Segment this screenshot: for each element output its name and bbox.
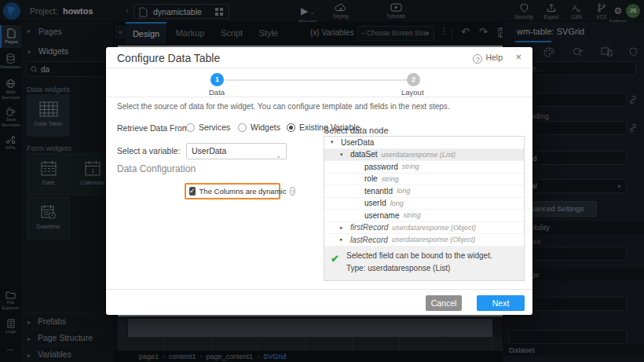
tree-node-role[interactable]: role string xyxy=(324,174,524,186)
dynamic-columns-highlight: ✓ The Columns are dynamic ? xyxy=(185,183,280,199)
check-success-icon: ✔ xyxy=(331,253,339,265)
radio-circle-icon xyxy=(238,123,247,132)
tree-node-userdata[interactable]: ▾ UserData xyxy=(324,137,524,149)
dialog-title: Configure Data Table xyxy=(117,52,220,64)
cancel-button[interactable]: Cancel xyxy=(426,295,462,311)
close-icon[interactable]: × xyxy=(515,51,521,63)
divider xyxy=(106,97,532,97)
tree-node-password[interactable]: password string xyxy=(324,161,524,174)
question-icon[interactable]: ? xyxy=(290,187,295,196)
data-configuration-label: Data Configuration xyxy=(117,163,196,174)
step-1-label: Data xyxy=(209,88,225,97)
checkbox-checked-icon[interactable]: ✓ xyxy=(189,187,196,196)
collapsed-arrow-icon: ▸ xyxy=(340,236,346,243)
tree-node-dataset-selected[interactable]: ▾ dataSet userdataresponse (List) xyxy=(324,149,524,162)
select-variable-label: Select a variable: xyxy=(117,146,181,155)
radio-selected-icon xyxy=(287,123,295,132)
dynamic-columns-checkbox-label[interactable]: The Columns are dynamic xyxy=(199,187,287,196)
expanded-arrow-icon: ▾ xyxy=(331,139,337,145)
question-icon: ? xyxy=(473,54,482,64)
retrieve-data-from-label: Retrieve Data From: xyxy=(117,123,192,133)
tree-node-firstrecord[interactable]: ▸ firstRecord userdataresponse (Object) xyxy=(324,222,524,235)
variable-select[interactable]: UserData ⌄ xyxy=(186,143,287,159)
tree-node-lastrecord[interactable]: ▸ lastRecord userdataresponse (Object) xyxy=(324,234,524,247)
chevron-down-icon: ⌄ xyxy=(276,148,281,163)
expanded-arrow-icon: ▾ xyxy=(340,152,346,158)
radio-circle-icon xyxy=(186,123,195,132)
tree-node-userid[interactable]: userId long xyxy=(324,198,524,210)
step-1-circle: 1 xyxy=(210,73,224,86)
next-button[interactable]: Next xyxy=(477,295,525,311)
binding-info-message: ✔ Selected field can be bound to the wid… xyxy=(324,247,524,280)
help-button[interactable]: ?Help xyxy=(473,53,503,64)
step-2-circle: 2 xyxy=(407,73,420,86)
tree-node-username[interactable]: username string xyxy=(324,210,524,222)
stepper-line xyxy=(225,79,407,81)
dialog-description: Select the source of data for the widget… xyxy=(117,102,450,111)
radio-widgets[interactable]: Widgets xyxy=(238,122,280,132)
tree-node-tenantid[interactable]: tenantId long xyxy=(324,185,524,198)
configure-data-table-dialog: Configure Data Table ?Help × 1 2 Data La… xyxy=(106,47,532,315)
select-data-node-label: Select data node xyxy=(324,126,389,135)
dialog-footer: Cancel Next xyxy=(106,289,532,315)
wavemaker-studio: Project: howtos › dynamictable ▶ ⌄ Previ… xyxy=(0,0,644,362)
radio-services[interactable]: Services xyxy=(186,122,230,132)
dialog-header: Configure Data Table ?Help × xyxy=(106,47,532,68)
step-2-label: Layout xyxy=(401,88,424,97)
data-node-tree: ▾ UserData ▾ dataSet userdataresponse (L… xyxy=(324,136,525,281)
collapsed-arrow-icon: ▸ xyxy=(340,225,346,231)
